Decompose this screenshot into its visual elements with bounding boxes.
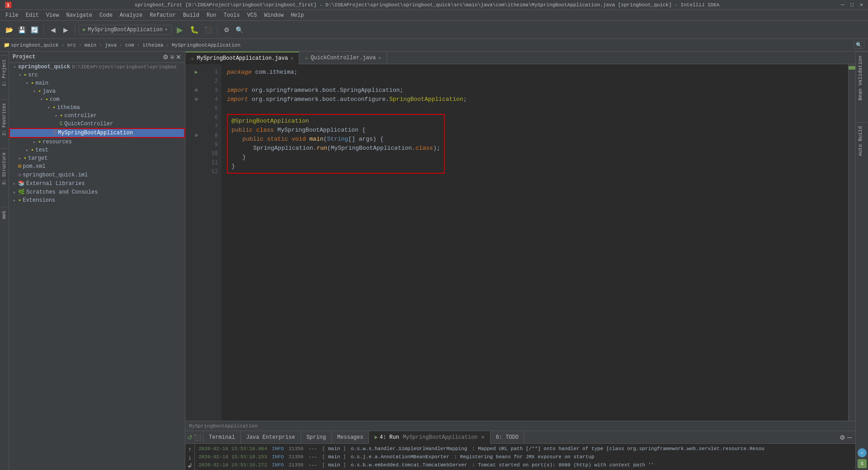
menu-edit[interactable]: Edit	[22, 11, 42, 19]
run-paren: (	[327, 145, 331, 152]
tree-item-scratches[interactable]: ▸ 🌿 Scratches and Consoles	[9, 188, 185, 196]
menu-tools[interactable]: Tools	[220, 11, 244, 19]
menu-help[interactable]: Help	[287, 11, 307, 19]
gutter-line2	[195, 77, 198, 86]
tree-item-external-libs[interactable]: ▸ 📚 External Libraries	[9, 179, 185, 188]
bottom-down-btn[interactable]: ↓	[189, 454, 192, 461]
right-scrollbar[interactable]	[848, 64, 855, 421]
bottom-up-btn[interactable]: ↑	[189, 446, 192, 453]
sidebar-tab-web[interactable]: Web	[1, 207, 8, 223]
menu-run[interactable]: Run	[203, 11, 220, 19]
tree-item-project-root[interactable]: ▾ springboot_quick D:\IDEAProject\spring…	[9, 63, 185, 71]
tree-item-quickcontroller[interactable]: C QuickController	[9, 120, 185, 128]
kw-package: package	[227, 69, 252, 76]
toolbar-save-btn[interactable]: 💾	[16, 24, 27, 35]
editor-breadcrumb: MySpringBootApplication	[185, 421, 855, 431]
log-logger-1-inner: main	[328, 446, 340, 451]
menu-file[interactable]: File	[2, 11, 22, 19]
tab-quickcontroller[interactable]: ☕ QuickController.java ✕	[299, 52, 387, 64]
tree-item-main[interactable]: ▾ ▪ main	[9, 79, 185, 87]
sidebar-tab-favorites[interactable]: 2: Favorites	[1, 99, 8, 139]
menu-analyze[interactable]: Analyze	[116, 11, 146, 19]
nav-sep4: ›	[119, 43, 123, 48]
bottom-tab-messages[interactable]: Messages	[332, 431, 369, 444]
tree-item-resources[interactable]: ▸ ▪ resources	[9, 138, 185, 146]
tree-arrow-src: ▾	[16, 72, 24, 78]
maximize-button[interactable]: □	[849, 2, 855, 8]
toolbar-forward-btn[interactable]: ▶	[60, 24, 71, 35]
bottom-settings-btn[interactable]: ⚙	[840, 434, 845, 441]
nav-com[interactable]: com	[125, 43, 134, 48]
tree-arrow-resources: ▸	[31, 139, 38, 145]
tree-item-test[interactable]: ▸ ▪ test	[9, 146, 185, 154]
tree-item-com[interactable]: ▾ ▪ com	[9, 95, 185, 104]
nav-myspringboot[interactable]: MySpringBootApplication	[172, 43, 241, 48]
menu-view[interactable]: View	[42, 11, 63, 19]
bottom-minimize-btn[interactable]: ─	[847, 434, 852, 441]
right-tab-bean-validation[interactable]: Bean Validation	[856, 52, 868, 104]
code-text[interactable]: package com.itheima; import org.springfr…	[222, 64, 848, 421]
toolbar: 📂 💾 🔄 ◀ ▶ ▶ MySpringBootApplication ▾ ▶ …	[0, 21, 868, 39]
bottom-tab-spring[interactable]: Spring	[301, 431, 332, 444]
menu-navigate[interactable]: Navigate	[62, 11, 96, 19]
close-button[interactable]: ✕	[859, 2, 864, 8]
toolbar-project-btn[interactable]: 📂	[4, 24, 14, 35]
settings-button[interactable]: ⚙	[221, 24, 232, 35]
run-button[interactable]: ▶	[174, 24, 186, 36]
log-bracket-2: [	[322, 454, 326, 460]
menu-refactor[interactable]: Refactor	[146, 11, 179, 19]
bottom-tab-terminal[interactable]: Terminal	[203, 431, 241, 444]
tree-item-extensions[interactable]: ▸ ▪ Extensions	[9, 196, 185, 204]
tree-item-src[interactable]: ▾ ▪ src	[9, 71, 185, 79]
toolbar-back-btn[interactable]: ◀	[47, 24, 58, 35]
tree-item-itheima[interactable]: ▾ ▪ itheima	[9, 104, 185, 112]
bottom-stop-btn[interactable]: ⬛	[193, 434, 201, 441]
stop-button[interactable]: ⬛	[203, 24, 213, 35]
bottom-tab-todo[interactable]: 6: TODO	[491, 431, 524, 444]
log-time-2: 2020-02-18 15:53:19.153	[198, 454, 267, 460]
tab-myspringboot[interactable]: ☕ MySpringBootApplication.java ✕	[185, 52, 299, 64]
bottom-restart-btn[interactable]: ↺	[187, 434, 193, 441]
bottom-tab-javaee[interactable]: Java Enterprise	[241, 431, 301, 444]
sidebar-hide-btn[interactable]: ✕	[176, 53, 181, 61]
nav-main[interactable]: main	[85, 43, 96, 48]
bottom-wrap-btn[interactable]: ↲	[187, 462, 193, 469]
brace-close2: }	[231, 163, 235, 170]
menu-build[interactable]: Build	[179, 11, 203, 19]
nav-sep6: ›	[166, 43, 169, 48]
search-everywhere-button[interactable]: 🔍	[234, 24, 245, 35]
sidebar-settings-btn[interactable]: ⚙	[163, 53, 169, 61]
log-level-3: INFO	[272, 462, 283, 468]
search-box[interactable]: 🔍	[854, 41, 864, 49]
code-line-10: }	[231, 153, 440, 162]
tab-close-msb[interactable]: ✕	[291, 56, 293, 61]
tree-item-iml[interactable]: ◇ springboot_quick.iml	[9, 171, 185, 179]
nav-springboot-quick[interactable]: 📁 springboot_quick	[4, 42, 59, 48]
right-tab-panel: Bean Validation Auto Build ✓ S	[855, 52, 868, 470]
sidebar-collapse-btn[interactable]: ≡	[170, 53, 174, 61]
tab-close-qc[interactable]: ✕	[378, 55, 381, 61]
tree-item-pomxml[interactable]: m pom.xml	[9, 162, 185, 171]
menu-window[interactable]: Window	[260, 11, 287, 19]
tree-item-target[interactable]: ▸ ▪ target	[9, 154, 185, 162]
nav-src[interactable]: src	[67, 43, 76, 48]
menu-vcs[interactable]: VCS	[244, 11, 261, 19]
toolbar-sync-btn[interactable]: 🔄	[29, 24, 40, 35]
right-tab-auto-build[interactable]: Auto Build	[856, 122, 868, 160]
bottom-tab-run[interactable]: ▶ 4: Run MySpringBootApplication ✕	[369, 431, 490, 444]
nav-java[interactable]: java	[105, 43, 117, 48]
sidebar-tab-structure[interactable]: 3: Structure	[1, 148, 8, 189]
tree-label-resources: resources	[42, 139, 72, 145]
menu-code[interactable]: Code	[96, 11, 116, 19]
tree-item-controller[interactable]: ▾ ▪ controller	[9, 112, 185, 120]
run-configuration[interactable]: ▶ MySpringBootApplication ▾	[79, 25, 172, 34]
sidebar-tab-project[interactable]: 1: Project	[1, 55, 8, 90]
minimize-button[interactable]: ─	[840, 2, 845, 8]
run-tab-close[interactable]: ✕	[481, 434, 485, 441]
nav-itheima[interactable]: itheima	[142, 43, 163, 48]
tree-item-java[interactable]: ▾ ▪ java	[9, 87, 185, 95]
tree-item-myspringboot[interactable]: C MySpringBootApplication	[9, 128, 185, 138]
debug-button[interactable]: 🐛	[188, 24, 201, 36]
left-tab-panel: 1: Project 2: Favorites 3: Structure Web	[0, 52, 9, 470]
sidebar-title: Project	[13, 54, 35, 60]
